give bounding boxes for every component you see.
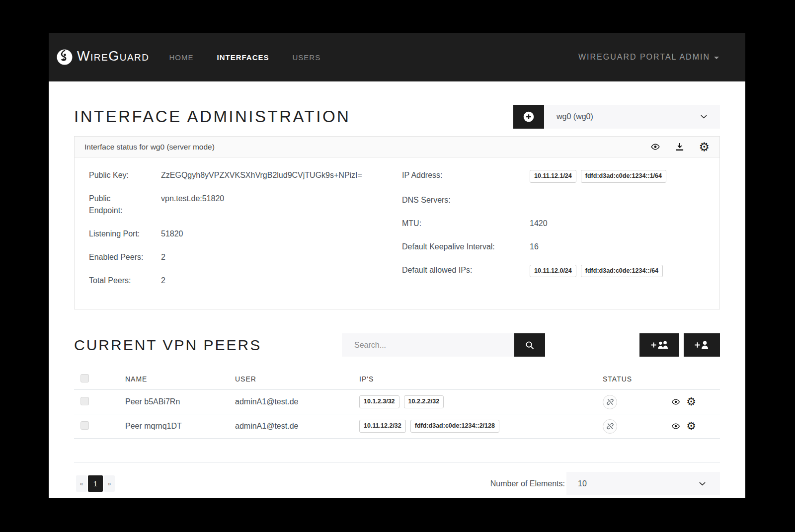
column-header-ips: IP'S: [359, 375, 603, 383]
ip-badge: 10.11.12.2/32: [359, 420, 406, 433]
peer-row: Peer b5ABi7Rn adminA1@test.de 10.1.2.3/3…: [74, 390, 720, 414]
magnifier-icon: [525, 340, 535, 350]
main-content: INTERFACE ADMINISTRATION wg0 (wg0): [49, 105, 745, 495]
table-footer-space: [74, 439, 720, 462]
ip-badge: fdfd:d3ad:c0de:1234::2/128: [410, 420, 499, 433]
desktop-background: WireGuard HOME INTERFACES USERS WIREGUAR…: [0, 0, 795, 532]
card-body: Public Key: ZzEGQgyh8yVPZXVKSXhVrgB2lud9…: [75, 157, 719, 309]
peer-status-badge: [603, 419, 617, 434]
field-label: Default allowed IPs:: [402, 264, 530, 276]
pagination-prev-button[interactable]: «: [76, 475, 87, 492]
user-menu-label: WIREGUARD PORTAL ADMIN: [578, 53, 710, 62]
brand-name: WireGuard: [77, 50, 150, 65]
peer-ips: 10.11.12.2/32fdfd:d3ad:c0de:1234::2/128: [359, 420, 603, 433]
search-input[interactable]: [342, 333, 514, 357]
navbar: WireGuard HOME INTERFACES USERS WIREGUAR…: [49, 33, 745, 81]
edit-peer-gear-icon[interactable]: ⚙: [686, 396, 696, 407]
interface-select-value: wg0 (wg0): [556, 112, 593, 121]
link-slash-icon: [606, 422, 614, 430]
interface-select[interactable]: wg0 (wg0): [544, 105, 720, 129]
browser-viewport: WireGuard HOME INTERFACES USERS WIREGUAR…: [49, 33, 745, 498]
chevron-down-icon: [700, 114, 708, 119]
select-all-checkbox[interactable]: [80, 374, 89, 382]
peer-name: Peer b5ABi7Rn: [125, 397, 235, 406]
pagination-page-1-button[interactable]: 1: [88, 475, 103, 492]
search-group: [342, 333, 545, 357]
show-config-eye-icon[interactable]: [650, 143, 661, 151]
interface-status-card: Interface status for wg0 (server mode): [74, 136, 720, 309]
search-button[interactable]: [514, 333, 545, 357]
total-peers-value: 2: [161, 275, 402, 287]
card-title: Interface status for wg0 (server mode): [84, 143, 215, 152]
column-header-user: USER: [235, 375, 359, 383]
ip-badge: 10.11.12.0/24: [530, 265, 576, 278]
download-config-icon[interactable]: [675, 142, 685, 152]
peers-table-body: Peer b5ABi7Rn adminA1@test.de 10.1.2.3/3…: [74, 390, 720, 439]
field-label: MTU:: [402, 218, 530, 229]
page-size-select[interactable]: 10: [566, 472, 720, 495]
user-menu-dropdown[interactable]: WIREGUARD PORTAL ADMIN: [578, 53, 719, 62]
pagination: « 1 »: [76, 475, 115, 492]
peer-status-badge: [603, 395, 617, 409]
add-peer-button[interactable]: [684, 333, 720, 357]
nav-item-users[interactable]: USERS: [293, 53, 321, 62]
add-multiple-peers-button[interactable]: [639, 333, 679, 357]
peers-section-title: CURRENT VPN PEERS: [74, 337, 261, 354]
view-peer-eye-icon[interactable]: [671, 422, 681, 430]
add-buttons: [639, 333, 720, 357]
brand[interactable]: WireGuard: [57, 49, 150, 65]
field-label: Total Peers:: [89, 275, 161, 287]
field-label: Listening Port:: [89, 228, 161, 240]
listening-port-value: 51820: [161, 228, 402, 240]
ip-badge: 10.1.2.3/32: [359, 395, 399, 408]
field-label: Enabled Peers:: [89, 251, 161, 263]
plus-circle-icon: [522, 110, 535, 123]
peer-row: Peer mqrnq1DT adminA1@test.de 10.11.12.2…: [74, 414, 720, 439]
page-size-value: 10: [578, 479, 587, 488]
peer-user: adminA1@test.de: [235, 397, 359, 406]
ip-badge: fdfd:d3ad:c0de:1234::1/64: [581, 170, 666, 183]
ip-badge: 10.2.2.2/32: [404, 395, 444, 408]
field-label: IP Address:: [402, 169, 530, 181]
add-interface-button[interactable]: [513, 105, 544, 129]
view-peer-eye-icon[interactable]: [671, 398, 681, 406]
peers-table-header: NAME USER IP'S STATUS: [74, 369, 720, 390]
plus-users-icon: [651, 340, 668, 350]
peer-name: Peer mqrnq1DT: [125, 422, 235, 431]
nav-item-home[interactable]: HOME: [169, 53, 194, 62]
ip-address-badges: 10.11.12.1/24fdfd:d3ad:c0de:1234::1/64: [530, 169, 710, 183]
keepalive-value: 16: [530, 241, 710, 253]
field-label: Default Keepalive Interval:: [402, 241, 530, 253]
chevron-down-icon: [699, 481, 706, 486]
link-slash-icon: [606, 398, 614, 406]
field-label: DNS Servers:: [402, 194, 530, 206]
interface-picker: wg0 (wg0): [513, 105, 720, 129]
ip-badge: 10.11.12.1/24: [530, 170, 576, 183]
mtu-value: 1420: [530, 218, 710, 229]
caret-down-icon: [714, 57, 719, 59]
peers-table: NAME USER IP'S STATUS Peer b5ABi7Rn admi…: [74, 369, 720, 462]
enabled-peers-value: 2: [161, 251, 402, 263]
peer-user: adminA1@test.de: [235, 422, 359, 431]
nav-item-interfaces[interactable]: INTERFACES: [217, 53, 269, 62]
page-title: INTERFACE ADMINISTRATION: [74, 107, 350, 126]
interface-details-right: IP Address: 10.11.12.1/24fdfd:d3ad:c0de:…: [402, 169, 710, 309]
page-size-label: Number of Elements:: [490, 479, 565, 488]
interface-details-left: Public Key: ZzEGQgyh8yVPZXVKSXhVrgB2lud9…: [89, 169, 402, 309]
nav-links: HOME INTERFACES USERS: [169, 53, 321, 62]
allowed-ips-badges: 10.11.12.0/24fdfd:d3ad:c0de:1234::/64: [530, 264, 710, 278]
plus-user-icon: [695, 340, 709, 350]
public-key-value: ZzEGQgyh8yVPZXVKSXhVrgB2lud9CVjTUGk9s+NP…: [161, 169, 402, 181]
edit-peer-gear-icon[interactable]: ⚙: [686, 421, 696, 432]
column-header-name: NAME: [125, 375, 235, 383]
pagination-next-button[interactable]: »: [104, 475, 115, 492]
row-checkbox[interactable]: [80, 397, 89, 405]
row-checkbox[interactable]: [80, 421, 89, 430]
field-label: Public Endpoint:: [89, 193, 161, 217]
edit-interface-gear-icon[interactable]: ⚙: [699, 141, 710, 153]
card-header: Interface status for wg0 (server mode): [75, 137, 719, 157]
peer-ips: 10.1.2.3/3210.2.2.2/32: [359, 395, 603, 408]
field-label: Public Key:: [89, 169, 161, 181]
page-size-group: Number of Elements: 10: [490, 472, 720, 495]
ip-badge: fdfd:d3ad:c0de:1234::/64: [581, 265, 663, 278]
